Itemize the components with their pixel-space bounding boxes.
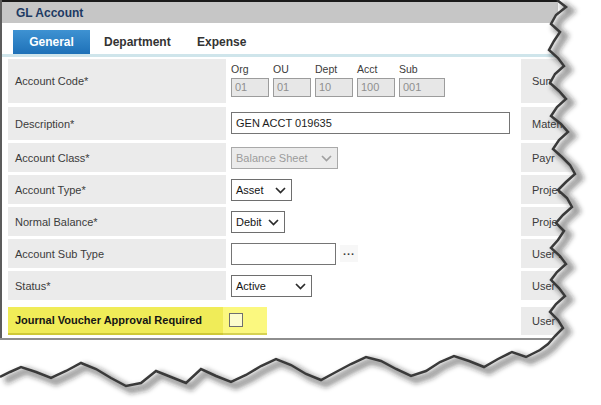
tab-general[interactable]: General [13, 30, 90, 54]
tab-expense-label: Expense [197, 35, 246, 49]
org-input: 01 [231, 78, 269, 97]
description-label: Description* [8, 107, 226, 140]
right-label-user-def-2: User D [521, 271, 583, 300]
right-label-user-def-3: User [521, 307, 583, 335]
tab-general-label: General [29, 35, 74, 49]
normal-balance-select[interactable]: Debit [231, 211, 285, 233]
account-type-select[interactable]: Asset [231, 179, 292, 201]
account-code-label: Account Code* [8, 59, 226, 103]
right-label-user-def-1: User D [521, 239, 583, 268]
sub-mini-label: Sub [399, 63, 445, 75]
account-class-label: Account Class* [8, 143, 226, 172]
account-class-value: Balance Sheet [236, 152, 308, 164]
account-sub-type-input[interactable] [231, 243, 336, 265]
code-seg-dept: Dept 10 [315, 63, 353, 97]
right-label-summary: Summ [521, 59, 583, 103]
window-titlebar: GL Account [2, 2, 558, 23]
status-value: Active [236, 280, 266, 292]
ou-input: 01 [273, 78, 311, 97]
window-title: GL Account [16, 6, 83, 20]
right-label-payroll: Payr [521, 143, 583, 172]
window-bottom-border [0, 338, 556, 340]
tab-department-label: Department [104, 35, 171, 49]
acct-input: 100 [357, 78, 395, 97]
chevron-down-icon [275, 187, 286, 194]
sub-input: 001 [399, 78, 445, 97]
account-type-value: Asset [236, 184, 264, 196]
code-seg-org: Org 01 [231, 63, 269, 97]
dept-input: 10 [315, 78, 353, 97]
acct-mini-label: Acct [357, 63, 395, 75]
status-select[interactable]: Active [231, 275, 312, 297]
screenshot-root: GL Account General Department Expense Ac… [0, 0, 601, 405]
normal-balance-value: Debit [236, 216, 262, 228]
account-type-label: Account Type* [8, 175, 226, 204]
lookup-ellipsis-button[interactable]: ... [340, 245, 358, 262]
code-seg-acct: Acct 100 [357, 63, 395, 97]
ou-mini-label: OU [273, 63, 311, 75]
status-label: Status* [8, 271, 226, 300]
right-label-project-1: Project [521, 175, 583, 204]
account-sub-type-label: Account Sub Type [8, 239, 226, 268]
normal-balance-label: Normal Balance* [8, 207, 226, 236]
tab-department[interactable]: Department [104, 30, 171, 54]
description-input[interactable]: GEN ACCT 019635 [231, 112, 510, 134]
window-left-border [0, 0, 2, 340]
chevron-down-icon [268, 219, 279, 226]
org-mini-label: Org [231, 63, 269, 75]
right-label-project-2: Proje [521, 207, 583, 236]
tab-expense[interactable]: Expense [197, 30, 246, 54]
code-seg-sub: Sub 001 [399, 63, 445, 97]
tab-underline-decoration [2, 54, 558, 57]
dept-mini-label: Dept [315, 63, 353, 75]
jv-approval-checkbox[interactable] [229, 313, 243, 327]
chevron-down-icon [321, 155, 332, 162]
right-label-material: Materi [521, 107, 583, 140]
account-class-select: Balance Sheet [231, 147, 338, 169]
chevron-down-icon [295, 283, 306, 290]
code-seg-ou: OU 01 [273, 63, 311, 97]
jv-approval-label: Journal Voucher Approval Required [8, 307, 202, 333]
